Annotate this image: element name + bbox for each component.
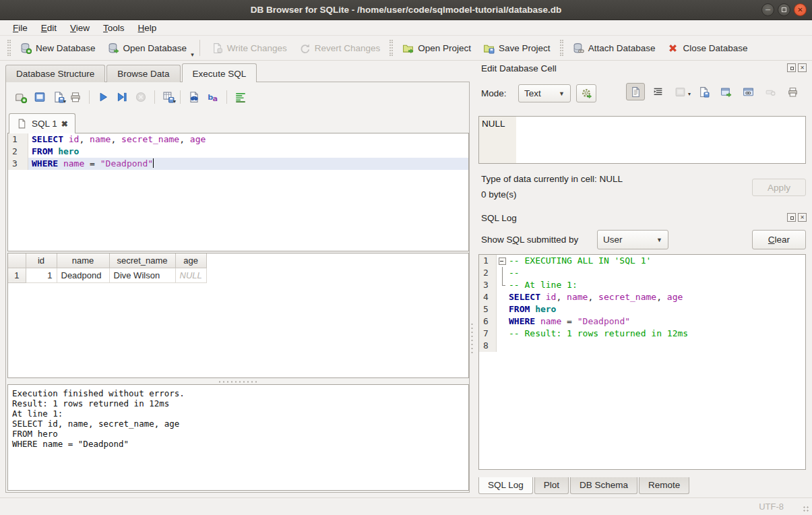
editor-line[interactable]: 1SELECT id, name, secret_name, age (8, 133, 468, 146)
fold-column (497, 340, 507, 352)
resize-grip[interactable] (803, 506, 809, 512)
column-header-age[interactable]: age (175, 253, 206, 268)
mode-select[interactable]: Text▼ (518, 84, 571, 102)
log-line: 7-- Result: 1 rows returned in 12ms (479, 328, 805, 340)
toolbar-button-label: Open Database (123, 43, 187, 53)
fold-marker-icon[interactable] (497, 255, 507, 267)
line-number: 1 (8, 133, 28, 146)
bottom-tab-plot[interactable]: Plot (534, 477, 569, 494)
fold-column (497, 303, 507, 315)
sql-log-view[interactable]: 1-- EXECUTING ALL IN 'SQL 1'2--3-- At li… (478, 254, 806, 470)
table-row[interactable]: 11DeadpondDive WilsonNULL (8, 268, 206, 282)
float-panel-icon[interactable] (787, 63, 796, 72)
close-icon[interactable]: ✕ (794, 3, 807, 16)
dropdown-arrow-icon[interactable]: ▾ (173, 98, 176, 104)
log-line: 3-- At line 1: (479, 279, 805, 291)
close-database-icon (667, 42, 679, 54)
close-panel-icon[interactable]: ✕ (798, 63, 807, 72)
attach-database-button[interactable]: Attach Database (567, 39, 662, 57)
close-database-button[interactable]: Close Database (661, 39, 753, 57)
window-title: DB Browser for SQLite - /home/user/code/… (0, 5, 812, 15)
toolbar-button-label: Write Changes (227, 43, 287, 53)
export-cell-button[interactable] (716, 83, 735, 100)
text-mode-button[interactable] (626, 83, 645, 100)
column-header-name[interactable]: name (57, 253, 109, 268)
toolbar-separator (199, 40, 200, 56)
fold-column (497, 328, 507, 340)
line-number: 7 (479, 328, 497, 340)
bottom-tab-sql-log[interactable]: SQL Log (478, 477, 533, 494)
set-null-button[interactable] (761, 83, 780, 100)
menu-file[interactable]: File (7, 22, 34, 34)
splitter-handle[interactable] (218, 381, 258, 383)
titlebar[interactable]: DB Browser for SQLite - /home/user/code/… (0, 0, 812, 20)
execute-all-button[interactable] (94, 88, 113, 106)
open-database-button[interactable]: Open Database (102, 39, 193, 57)
cell-value-editor[interactable]: NULL (478, 116, 806, 164)
find-replace-button[interactable] (185, 88, 204, 106)
write-changes-button[interactable]: Write Changes (206, 39, 293, 57)
bottom-tab-remote[interactable]: Remote (639, 477, 689, 494)
chevron-down-icon: ▼ (559, 90, 565, 97)
table-cell[interactable]: 1 (26, 268, 57, 282)
open-sql-file-button[interactable] (30, 88, 49, 106)
log-code-line: WHERE name = "Deadpond" (507, 315, 805, 328)
sql-editor[interactable]: 1SELECT id, name, secret_name, age2FROM … (7, 133, 469, 251)
maximize-icon[interactable] (778, 3, 790, 16)
revert-changes-button[interactable]: Revert Changes (293, 39, 387, 57)
tab-database-structure[interactable]: Database Structure (5, 65, 105, 82)
editor-line[interactable]: 3WHERE name = "Deadpond" (8, 158, 468, 170)
results-grid[interactable]: idnamesecret_nameage11DeadpondDive Wilso… (7, 253, 469, 378)
sql-file-icon (16, 118, 28, 129)
attach-database-icon (573, 42, 584, 54)
cell-toolbar: ▾ (626, 83, 802, 100)
print-button[interactable] (66, 88, 85, 106)
auto-apply-button[interactable] (576, 84, 596, 102)
column-header-id[interactable]: id (26, 253, 57, 268)
table-cell[interactable]: Deadpond (57, 268, 109, 282)
menu-tools[interactable]: Tools (97, 22, 131, 34)
apply-button[interactable]: Apply (752, 179, 806, 196)
word-wrap-cell-button[interactable] (648, 83, 667, 100)
save-cell-button[interactable] (694, 83, 713, 100)
column-header-secret_name[interactable]: secret_name (109, 253, 175, 268)
right-dock: Edit Database Cell ✕ Mode: Text▼ ▾ NULL … (475, 61, 812, 497)
print-cell-button[interactable] (783, 83, 802, 100)
external-edit-button[interactable] (739, 83, 757, 100)
tab-execute-sql[interactable]: Execute SQL (182, 63, 257, 82)
open-project-button[interactable]: Open Project (396, 39, 477, 57)
tab-browse-data[interactable]: Browse Data (106, 65, 180, 82)
close-tab-icon[interactable]: ✖ (61, 119, 68, 129)
sql-editor-tab[interactable]: SQL 1 ✖ (9, 113, 75, 133)
dropdown-arrow-icon[interactable]: ▾ (191, 51, 194, 60)
menu-edit[interactable]: Edit (35, 22, 63, 34)
row-number: 1 (8, 268, 26, 282)
toolbar-button-label: Revert Changes (315, 43, 381, 53)
editor-line[interactable]: 2FROM hero (8, 146, 468, 158)
close-panel-icon[interactable]: ✕ (798, 213, 807, 222)
new-database-button[interactable]: New Database (14, 39, 102, 57)
menu-help[interactable]: Help (132, 22, 163, 34)
toolbar-button-label: Attach Database (588, 43, 656, 53)
float-panel-icon[interactable] (787, 213, 796, 222)
bottom-tab-db-schema[interactable]: DB Schema (570, 477, 637, 494)
vertical-splitter-handle[interactable] (471, 322, 473, 353)
table-cell[interactable]: NULL (175, 268, 206, 282)
minimize-icon[interactable]: ─ (761, 3, 774, 16)
stop-button[interactable] (131, 88, 150, 106)
word-wrap-button[interactable] (231, 88, 250, 106)
log-filter-select[interactable]: User▼ (597, 230, 668, 249)
row-number-header[interactable] (8, 253, 26, 268)
table-cell[interactable]: Dive Wilson (109, 268, 175, 282)
mode-label: Mode: (481, 88, 507, 98)
clear-log-button[interactable]: Clear (752, 230, 806, 249)
new-database-icon (20, 42, 32, 54)
import-cell-button[interactable] (670, 83, 689, 100)
menu-view[interactable]: View (64, 22, 96, 34)
toolbar-separator (226, 90, 227, 104)
format-sql-button[interactable]: ba (204, 88, 222, 106)
new-sql-tab-button[interactable] (11, 88, 30, 106)
execute-line-button[interactable] (113, 88, 131, 106)
save-project-button[interactable]: Save Project (477, 39, 557, 57)
code-line: SELECT id, name, secret_name, age (28, 133, 468, 146)
